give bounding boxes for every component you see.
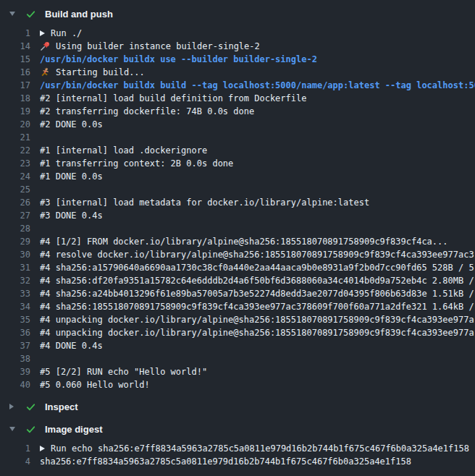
line-number[interactable]: 14 xyxy=(0,41,30,51)
log-line-content: #1 transferring context: 2B 0.0s done xyxy=(40,158,233,169)
log-line: 23 #1 transferring context: 2B 0.0s done xyxy=(0,157,475,170)
log-text: #2 transferring dockerfile: 74B 0.0s don… xyxy=(40,106,254,116)
chevron-icon[interactable] xyxy=(9,427,17,431)
check-icon xyxy=(25,9,36,20)
chevron-icon[interactable] xyxy=(9,404,17,409)
log-text: #4 sha256:a24bb4013296f61e89ba57005a7b3e… xyxy=(40,289,474,299)
log-line: 25 xyxy=(0,183,475,196)
log-line-content: #2 [internal] load build definition from… xyxy=(40,93,306,103)
log-section: Build and push 1 Run ./ 14 Using builder… xyxy=(0,7,475,391)
line-number[interactable]: 24 xyxy=(0,171,30,182)
line-number[interactable]: 39 xyxy=(0,367,30,377)
log-line: 1 Run ./ xyxy=(0,27,475,40)
log-line: 16 Starting build... xyxy=(0,66,475,79)
log-line: 27 #3 DONE 0.4s xyxy=(0,209,475,222)
log-line: 29 #4 [1/2] FROM docker.io/library/alpin… xyxy=(0,235,475,248)
log-line-content: Starting build... xyxy=(40,67,145,77)
section-log-lines: 1 Run ./ 14 Using builder instance build… xyxy=(0,27,475,391)
log-text: #1 DONE 0.0s xyxy=(40,171,103,182)
line-number[interactable]: 18 xyxy=(0,93,30,103)
line-number[interactable]: 34 xyxy=(0,302,30,312)
line-number[interactable]: 15 xyxy=(0,54,30,64)
log-line-content: /usr/bin/docker buildx build --tag local… xyxy=(40,80,475,90)
log-line-content: #1 [internal] load .dockerignore xyxy=(40,145,207,156)
log-line: 40 #5 0.060 Hello world! xyxy=(0,378,475,391)
log-text: #4 unpacking docker.io/library/alpine@sh… xyxy=(40,328,474,338)
log-text: Starting build... xyxy=(56,67,145,77)
log-line-content: #5 [2/2] RUN echo "Hello world!" xyxy=(40,367,207,377)
log-text: #5 0.060 Hello world! xyxy=(40,380,150,390)
section-title: Inspect xyxy=(45,401,78,412)
check-icon xyxy=(25,401,36,412)
log-line: 26 #3 [internal] load metadata for docke… xyxy=(0,196,475,209)
line-number[interactable]: 40 xyxy=(0,380,30,390)
pushpin-emoji xyxy=(40,41,50,51)
line-number[interactable]: 20 xyxy=(0,119,30,129)
line-number[interactable]: 27 xyxy=(0,211,30,221)
line-number[interactable]: 1 xyxy=(0,443,30,454)
log-line-content: #4 sha256:a15790640a6690aa1730c38cf0a440… xyxy=(40,263,474,273)
runner-emoji xyxy=(40,67,50,77)
line-number[interactable]: 37 xyxy=(0,341,30,351)
line-number[interactable]: 21 xyxy=(0,132,30,143)
line-number[interactable]: 29 xyxy=(0,237,30,247)
log-text: #3 DONE 0.4s xyxy=(40,211,103,221)
expand-group-icon[interactable] xyxy=(40,446,45,451)
log-line: 4 sha256:e7ff8834a5963a2785c5a0811e979d1… xyxy=(0,455,475,468)
line-number[interactable]: 31 xyxy=(0,263,30,273)
section-title: Build and push xyxy=(45,9,113,20)
log-line-content: #4 unpacking docker.io/library/alpine@sh… xyxy=(40,315,474,325)
log-line-content: #2 DONE 0.0s xyxy=(40,119,103,129)
line-number[interactable]: 19 xyxy=(0,106,30,116)
line-number[interactable]: 28 xyxy=(0,224,30,234)
log-line-content: #3 [internal] load metadata for docker.i… xyxy=(40,197,369,208)
log-text: #1 transferring context: 2B 0.0s done xyxy=(40,158,233,169)
log-line: 22 #1 [internal] load .dockerignore xyxy=(0,144,475,157)
log-text: #4 DONE 0.4s xyxy=(40,341,103,351)
expand-group-icon[interactable] xyxy=(40,30,45,36)
line-number[interactable]: 33 xyxy=(0,289,30,299)
line-number[interactable]: 38 xyxy=(0,354,30,364)
line-number[interactable]: 4 xyxy=(0,456,30,467)
log-line-content: #2 transferring dockerfile: 74B 0.0s don… xyxy=(40,106,254,116)
log-text: /usr/bin/docker buildx build --tag local… xyxy=(40,80,475,90)
line-number[interactable]: 22 xyxy=(0,145,30,156)
log-line-content: #4 [1/2] FROM docker.io/library/alpine@s… xyxy=(40,237,448,247)
line-number[interactable]: 36 xyxy=(0,328,30,338)
log-line: 14 Using builder instance builder-single… xyxy=(0,40,475,53)
log-text: #4 unpacking docker.io/library/alpine@sh… xyxy=(40,315,474,325)
log-line: 35 #4 unpacking docker.io/library/alpine… xyxy=(0,313,475,326)
actions-log-page: { "colors": { "background": "#22272e", "… xyxy=(0,0,475,476)
line-number[interactable]: 1 xyxy=(0,28,30,38)
log-line-content: sha256:e7ff8834a5963a2785c5a0811e979d16b… xyxy=(40,456,411,467)
log-line: 31 #4 sha256:a15790640a6690aa1730c38cf0a… xyxy=(0,261,475,274)
line-number[interactable]: 35 xyxy=(0,315,30,325)
log-line: 33 #4 sha256:a24bb4013296f61e89ba57005a7… xyxy=(0,287,475,300)
line-number[interactable]: 26 xyxy=(0,197,30,208)
log-line-content: #1 DONE 0.0s xyxy=(40,171,103,182)
log-line: 20 #2 DONE 0.0s xyxy=(0,118,475,131)
line-number[interactable]: 25 xyxy=(0,184,30,195)
log-text: Run echo sha256:e7ff8834a5963a2785c5a081… xyxy=(51,443,469,454)
log-line: 32 #4 sha256:df20fa9351a15782c64e6dddb2d… xyxy=(0,274,475,287)
log-line: 19 #2 transferring dockerfile: 74B 0.0s … xyxy=(0,105,475,118)
log-line: 34 #4 sha256:185518070891758909c9f839cf4… xyxy=(0,300,475,313)
line-number[interactable]: 17 xyxy=(0,80,30,90)
log-text: #2 [internal] load build definition from… xyxy=(40,93,306,103)
workflow-log-viewer: Build and push 1 Run ./ 14 Using builder… xyxy=(0,0,475,468)
log-line: 28 xyxy=(0,222,475,235)
section-header[interactable]: Image digest xyxy=(0,422,475,436)
line-number[interactable]: 32 xyxy=(0,276,30,286)
log-text: #2 DONE 0.0s xyxy=(40,119,103,129)
line-number[interactable]: 16 xyxy=(0,67,30,77)
log-line-content: #4 unpacking docker.io/library/alpine@sh… xyxy=(40,328,474,338)
chevron-icon[interactable] xyxy=(9,12,17,16)
log-text: #3 [internal] load metadata for docker.i… xyxy=(40,197,369,208)
section-header[interactable]: Inspect xyxy=(0,399,475,414)
line-number[interactable]: 30 xyxy=(0,250,30,260)
line-number[interactable]: 23 xyxy=(0,158,30,169)
log-line: 38 xyxy=(0,352,475,365)
log-line: 18 #2 [internal] load build definition f… xyxy=(0,92,475,105)
log-line: 1 Run echo sha256:e7ff8834a5963a2785c5a0… xyxy=(0,442,475,455)
section-header[interactable]: Build and push xyxy=(0,7,475,21)
